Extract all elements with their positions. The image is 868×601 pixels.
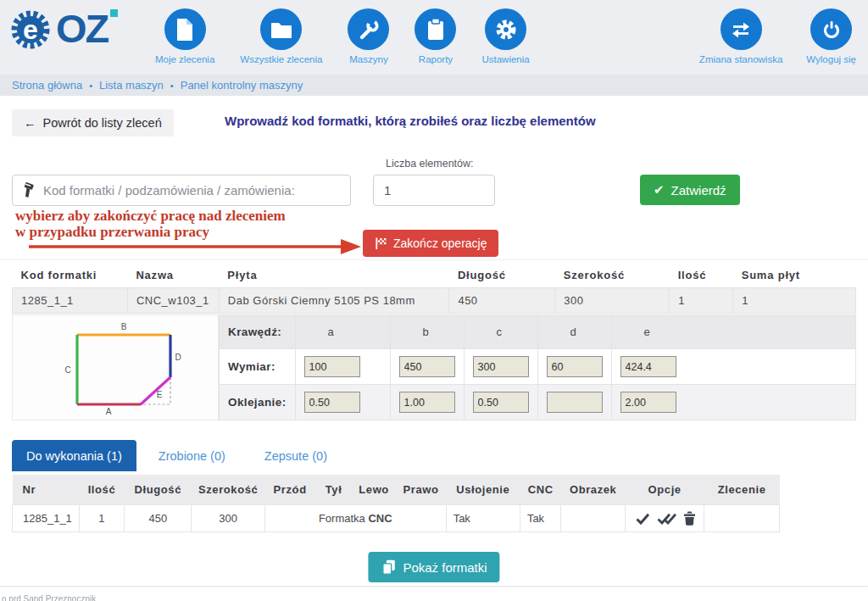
back-button-label: Powrót do listy zleceń [43, 116, 162, 130]
cell-kod-formatki: 1285_1_1 [13, 288, 128, 314]
order-table-header-row: Kod formatki Nazwa Płyta Długość Szeroko… [13, 263, 856, 288]
band-input-a[interactable] [304, 392, 360, 413]
main-nav: Moje zlecenia Wszystkie zlecenia Maszyny [155, 8, 530, 64]
dim-input-b[interactable] [399, 356, 455, 377]
nav-item-maszyny[interactable]: Maszyny [348, 8, 389, 64]
column-header: Obrazek [561, 475, 626, 505]
breadcrumb-item-machines[interactable]: Lista maszyn [99, 79, 164, 92]
cell-dlugosc: 450 [449, 288, 555, 314]
svg-text:B: B [121, 322, 127, 331]
column-header: Nr [13, 475, 80, 505]
band-input-c[interactable] [473, 392, 529, 413]
column-header: Szerokość [555, 263, 670, 288]
wrench-icon [348, 8, 389, 50]
breadcrumb-separator: • [89, 81, 92, 91]
logo-accent-square [110, 9, 118, 17]
confirm-button-label: Zatwierdź [671, 183, 726, 198]
clipboard-icon [415, 8, 456, 50]
cell-nazwa: CNC_w103_1 [127, 288, 219, 314]
swap-arrows-icon [721, 8, 762, 50]
top-bar: e OZ Moje zlecenia Wszystkie zlecenia [0, 0, 868, 75]
checkered-flag-icon [374, 237, 387, 250]
order-summary-table: Kod formatki Nazwa Płyta Długość Szeroko… [12, 263, 856, 314]
document-icon [164, 8, 206, 50]
finish-operation-button[interactable]: Zakończ operację [363, 230, 498, 257]
order-table-row: 1285_1_1 CNC_w103_1 Dab Górski Ciemny 51… [13, 288, 856, 314]
breadcrumb-item-panel[interactable]: Panel kontrolny maszyny [181, 79, 303, 92]
column-header: Suma płyt [733, 263, 856, 288]
breadcrumb-item-home[interactable]: Strona główna [12, 79, 82, 92]
column-header: CNC [520, 475, 561, 505]
parts-table: Nr Ilość Długość Szerokość Przód Tył Lew… [12, 475, 780, 532]
nav-item-ustawienia[interactable]: Ustawienia [481, 8, 529, 64]
divider [0, 259, 868, 260]
column-header: Długość [125, 475, 192, 505]
column-header: Kod formatki [13, 263, 128, 288]
svg-text:D: D [175, 353, 181, 362]
nav-item-zmiana-stanowiska[interactable]: Zmiana stanowiska [699, 8, 782, 64]
folder-icon [260, 8, 302, 50]
footer-fragment: o prd Sand Przeznocznik [2, 594, 96, 601]
tab-do-wykonania[interactable]: Do wykonania (1) [12, 440, 136, 471]
dim-input-a[interactable] [304, 356, 360, 377]
dimensions-row: Wymiar: [220, 349, 856, 385]
dim-input-e[interactable] [620, 356, 676, 377]
column-header: Prawo [396, 475, 446, 505]
check-icon[interactable] [636, 513, 650, 525]
pages-icon [381, 559, 396, 576]
tab-zepsute[interactable]: Zepsute (0) [248, 440, 344, 471]
edge-col-b: b [390, 315, 464, 349]
check-icon: ✔ [654, 182, 665, 198]
cell-opcje [625, 505, 704, 532]
dim-input-d[interactable] [547, 356, 603, 377]
parts-table-row: 1285_1_1 1 450 300 Formatka CNC Tak Tak [13, 505, 780, 532]
logo-text: OZ [56, 3, 108, 54]
cell-uslojenie: Tak [446, 505, 520, 532]
row-label-krawedz: Krawędź: [220, 315, 296, 349]
quantity-input[interactable] [373, 175, 495, 206]
show-formatki-button[interactable]: Pokaż formatki [368, 552, 499, 582]
edge-col-a: a [295, 315, 390, 349]
cell-formatka-type: Formatka CNC [264, 505, 446, 532]
column-header: Zlecenie [704, 475, 780, 505]
app-logo[interactable]: e OZ [7, 3, 118, 56]
banding-row: Oklejanie: [220, 385, 856, 420]
footer-divider [0, 586, 868, 587]
svg-text:C: C [64, 365, 70, 375]
nav-item-raporty[interactable]: Raporty [415, 8, 456, 64]
cell-dlugosc: 450 [125, 505, 192, 532]
cell-szerokosc: 300 [555, 288, 670, 314]
breadcrumb: Strona główna • Lista maszyn • Panel kon… [0, 75, 868, 96]
panel-detail: B C D E A Krawędź: a b c d e Wymiar: [12, 314, 856, 420]
svg-text:e: e [23, 14, 38, 45]
column-header: Usłojenie [446, 475, 520, 505]
band-input-d[interactable] [547, 392, 603, 413]
double-check-icon[interactable] [657, 513, 676, 525]
edge-col-d: d [537, 315, 611, 349]
band-input-b[interactable] [399, 392, 455, 413]
nav-item-moje-zlecenia[interactable]: Moje zlecenia [155, 8, 214, 64]
confirm-button[interactable]: ✔ Zatwierdź [640, 175, 740, 205]
nav-item-wszystkie-zlecenia[interactable]: Wszystkie zlecenia [240, 8, 322, 64]
nav-item-wyloguj[interactable]: Wyloguj się [806, 8, 856, 64]
cell-zlecenie [704, 505, 780, 532]
power-icon [810, 8, 852, 50]
cell-ilosc: 1 [79, 505, 124, 532]
back-to-orders-button[interactable]: ← Powrót do listy zleceń [12, 109, 174, 136]
cell-suma-plyt: 1 [733, 288, 856, 314]
column-header: Długość [449, 263, 555, 288]
edge-col-e: e [611, 315, 855, 349]
trash-icon[interactable] [683, 511, 696, 526]
cell-szerokosc: 300 [192, 505, 264, 532]
band-input-e[interactable] [620, 392, 676, 413]
quantity-label: Liczba elementów: [386, 158, 474, 170]
annotation-line1: wybierz aby zakończyć pracę nad zlecenie… [15, 208, 286, 224]
code-input[interactable] [43, 183, 342, 198]
tab-zrobione[interactable]: Zrobione (0) [142, 440, 242, 471]
parts-table-header-row: Nr Ilość Długość Szerokość Przód Tył Lew… [13, 475, 780, 505]
code-input-wrapper [12, 175, 351, 206]
dim-input-c[interactable] [473, 356, 529, 377]
page: e OZ Moje zlecenia Wszystkie zlecenia [0, 0, 868, 601]
column-header: Ilość [79, 475, 124, 505]
finish-operation-label: Zakończ operację [393, 237, 487, 250]
